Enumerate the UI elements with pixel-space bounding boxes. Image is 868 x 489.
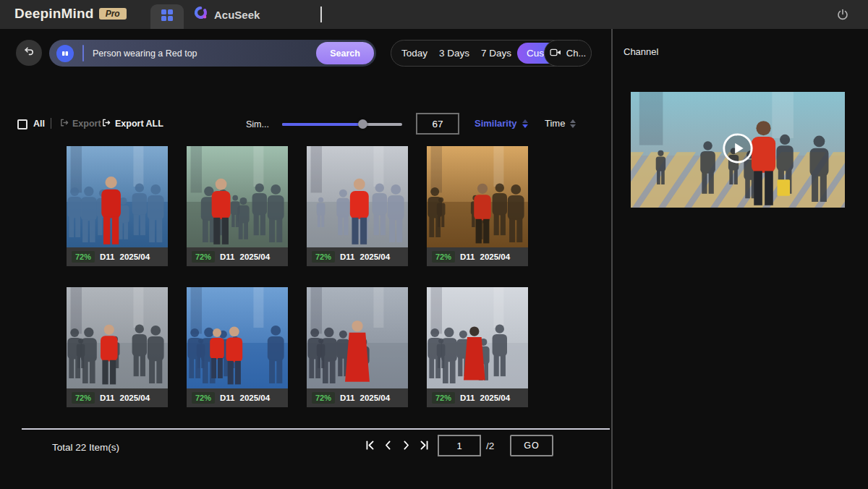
search-input[interactable]: [93, 48, 316, 59]
result-card[interactable]: 72%D112025/04: [307, 287, 408, 407]
camera-label: D11: [100, 252, 114, 261]
date-label: 2025/04: [240, 252, 271, 261]
export-label: Export: [72, 119, 101, 129]
app-window: DeepinMind Pro AcuSeek: [0, 0, 868, 489]
result-card[interactable]: 72%D112025/04: [67, 146, 168, 266]
topbar: DeepinMind Pro AcuSeek: [0, 0, 868, 29]
similarity-badge: 72%: [432, 392, 455, 404]
sort-similarity-label: Similarity: [475, 118, 517, 129]
result-card-footer: 72%D112025/04: [427, 247, 528, 266]
export-all-icon: [101, 118, 111, 129]
result-card-footer: 72%D112025/04: [427, 388, 528, 407]
text-cursor: [320, 7, 322, 22]
camera-label: D11: [340, 394, 354, 402]
tab-acuseek[interactable]: AcuSeek: [194, 0, 260, 29]
similarity-value-input[interactable]: [416, 113, 459, 135]
sort-time-label: Time: [545, 118, 565, 129]
channel-button-label: Ch...: [566, 48, 586, 59]
page-total-label: /2: [486, 441, 494, 451]
camera-label: D11: [220, 394, 234, 402]
date-label: 2025/04: [480, 252, 511, 261]
result-thumbnail: [67, 146, 168, 247]
toolbar-divider: [51, 118, 51, 129]
page-number-input[interactable]: [438, 435, 481, 456]
camera-label: D11: [340, 252, 354, 261]
result-thumbnail: [187, 287, 288, 388]
date-label: 2025/04: [240, 394, 271, 402]
time-filter-3days[interactable]: 3 Days: [433, 48, 475, 59]
slider-handle[interactable]: [358, 119, 367, 129]
export-all-label: Export ALL: [115, 119, 163, 129]
grid-icon: [161, 9, 174, 25]
result-card-footer: 72%D112025/04: [67, 247, 168, 266]
footer-divider: [22, 428, 610, 430]
result-card[interactable]: 72%D112025/04: [187, 146, 288, 266]
result-thumbnail: [427, 146, 528, 247]
result-thumbnail: [307, 287, 408, 388]
channel-filter-button[interactable]: Ch...: [544, 40, 592, 67]
result-card-footer: 72%D112025/04: [187, 247, 288, 266]
acuseek-logo-icon: [194, 6, 208, 23]
search-bar[interactable]: Search: [49, 40, 376, 67]
export-button[interactable]: Export: [59, 118, 101, 129]
panel-divider: [611, 29, 613, 489]
result-card-footer: 72%D112025/04: [307, 388, 408, 407]
similarity-badge: 72%: [192, 251, 215, 263]
camera-label: D11: [100, 394, 114, 402]
brand-name: DeepinMind: [14, 6, 94, 22]
camera-label: D11: [460, 394, 475, 402]
similarity-badge: 72%: [72, 392, 95, 404]
first-page-button[interactable]: [364, 439, 376, 451]
time-filter-7days[interactable]: 7 Days: [475, 48, 517, 59]
result-thumbnail: [307, 146, 408, 247]
video-camera-icon: [550, 48, 562, 59]
date-label: 2025/04: [120, 252, 150, 261]
similarity-badge: 72%: [312, 251, 335, 263]
channel-panel-title: Channel: [624, 46, 658, 57]
result-card-footer: 72%D112025/04: [187, 388, 288, 407]
result-card[interactable]: 72%D112025/04: [67, 287, 168, 407]
time-filter-today[interactable]: Today: [396, 48, 433, 59]
power-icon: [836, 11, 849, 23]
pro-badge: Pro: [99, 8, 127, 20]
next-page-button[interactable]: [400, 439, 412, 451]
date-label: 2025/04: [360, 252, 391, 261]
result-card[interactable]: 72%D112025/04: [307, 146, 408, 266]
back-button[interactable]: [16, 40, 42, 66]
sort-by-time-button[interactable]: Time: [545, 118, 576, 129]
total-count-label: Total 22 Item(s): [52, 442, 119, 453]
result-card[interactable]: 72%D112025/04: [427, 287, 528, 407]
similarity-badge: 72%: [192, 392, 215, 404]
result-card[interactable]: 72%D112025/04: [187, 287, 288, 407]
go-button[interactable]: GO: [510, 435, 553, 456]
last-page-button[interactable]: [418, 439, 430, 451]
result-thumbnail: [67, 287, 168, 388]
similarity-badge: 72%: [72, 251, 95, 263]
camera-label: D11: [220, 252, 234, 261]
similarity-badge: 72%: [432, 251, 455, 263]
select-all-checkbox[interactable]: [17, 119, 27, 129]
date-label: 2025/04: [120, 394, 150, 402]
search-button[interactable]: Search: [316, 42, 374, 64]
search-category-icon: [56, 45, 74, 62]
search-separator: [82, 45, 84, 61]
pagination: [364, 439, 430, 451]
export-all-button[interactable]: Export ALL: [101, 118, 163, 129]
sort-arrows-icon: [522, 119, 528, 128]
result-card-footer: 72%D112025/04: [67, 388, 168, 407]
select-all-label: All: [33, 119, 45, 129]
result-card[interactable]: 72%D112025/04: [427, 146, 528, 266]
power-button[interactable]: [836, 8, 849, 21]
slider-fill: [282, 123, 362, 126]
similarity-slider-label: Sim...: [246, 119, 269, 129]
acuseek-label: AcuSeek: [214, 9, 260, 21]
channel-video-preview[interactable]: [631, 92, 845, 208]
sort-by-similarity-button[interactable]: Similarity: [475, 118, 528, 129]
export-icon: [59, 118, 69, 129]
undo-arrow-icon: [23, 46, 35, 60]
sort-arrows-icon: [570, 119, 576, 128]
similarity-slider[interactable]: [282, 119, 402, 129]
tab-grid-view[interactable]: [150, 4, 184, 29]
prev-page-button[interactable]: [382, 439, 394, 451]
similarity-badge: 72%: [312, 392, 335, 404]
